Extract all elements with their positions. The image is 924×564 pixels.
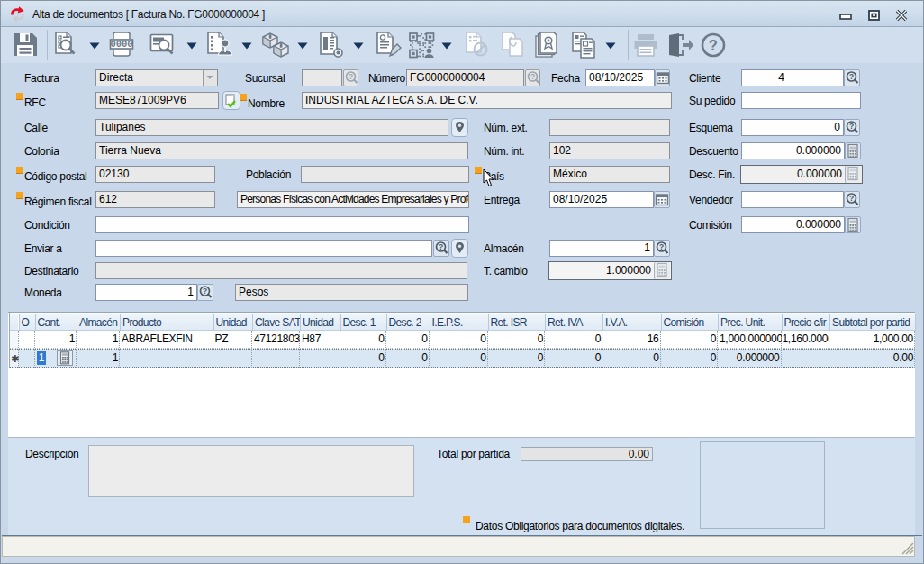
- svg-text:?: ?: [530, 72, 535, 81]
- svg-text:?: ?: [349, 72, 353, 81]
- svg-text:?: ?: [849, 194, 854, 203]
- svg-text:0000: 0000: [110, 39, 132, 50]
- svg-text:?: ?: [203, 287, 207, 296]
- svg-text:?: ?: [849, 122, 854, 131]
- svg-text:?: ?: [709, 38, 718, 53]
- svg-text:?: ?: [439, 242, 443, 251]
- svg-text:?: ?: [849, 72, 854, 81]
- svg-text:?: ?: [659, 242, 664, 251]
